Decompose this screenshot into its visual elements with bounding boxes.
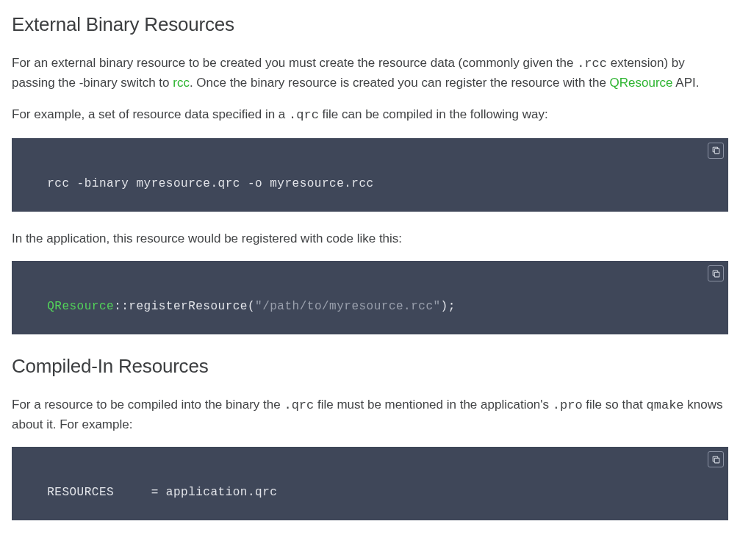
text: . Once the binary resource is created yo… — [190, 76, 610, 90]
code-text: ::registerResource( — [114, 300, 255, 313]
svg-rect-2 — [714, 458, 719, 463]
paragraph: In the application, this resource would … — [12, 229, 728, 248]
inline-code: .qrc — [289, 108, 319, 122]
text: API. — [673, 76, 700, 90]
heading-external-binary-resources: External Binary Resources — [12, 10, 728, 39]
copy-icon — [711, 146, 721, 155]
svg-rect-1 — [714, 272, 719, 277]
copy-icon — [711, 455, 721, 464]
inline-code: .qrc — [284, 398, 314, 412]
code-block: RESOURCES = application.qrc — [12, 447, 728, 520]
paragraph: For an external binary resource to be cr… — [12, 54, 728, 92]
code-string: "/path/to/myresource.rcc" — [255, 300, 441, 313]
link-rcc[interactable]: rcc — [173, 76, 190, 90]
copy-button[interactable] — [708, 265, 724, 281]
text: For a resource to be compiled into the b… — [12, 398, 284, 412]
text: file so that — [583, 398, 647, 412]
code-type: QResource — [47, 300, 114, 313]
paragraph: For a resource to be compiled into the b… — [12, 395, 728, 434]
copy-button[interactable] — [708, 143, 724, 159]
code-block: QResource::registerResource("/path/to/my… — [12, 261, 728, 334]
code-text: rcc -binary myresource.qrc -o myresource… — [47, 177, 373, 190]
inline-code: .pro — [553, 398, 583, 412]
text: file can be compiled in the following wa… — [319, 107, 548, 121]
text: file must be mentioned in the applicatio… — [314, 398, 553, 412]
link-qresource[interactable]: QResource — [610, 76, 673, 90]
inline-code: qmake — [647, 398, 684, 412]
text: For an external binary resource to be cr… — [12, 56, 577, 70]
code-block: rcc -binary myresource.qrc -o myresource… — [12, 138, 728, 212]
copy-icon — [711, 269, 721, 279]
code-text: RESOURCES = application.qrc — [47, 486, 277, 499]
inline-code: .rcc — [577, 57, 607, 71]
text: For example, a set of resource data spec… — [12, 107, 289, 121]
paragraph: For example, a set of resource data spec… — [12, 105, 728, 125]
svg-rect-0 — [714, 148, 719, 154]
heading-compiled-in-resources: Compiled-In Resources — [12, 352, 728, 381]
copy-button[interactable] — [708, 451, 724, 467]
code-text: ); — [441, 300, 456, 313]
